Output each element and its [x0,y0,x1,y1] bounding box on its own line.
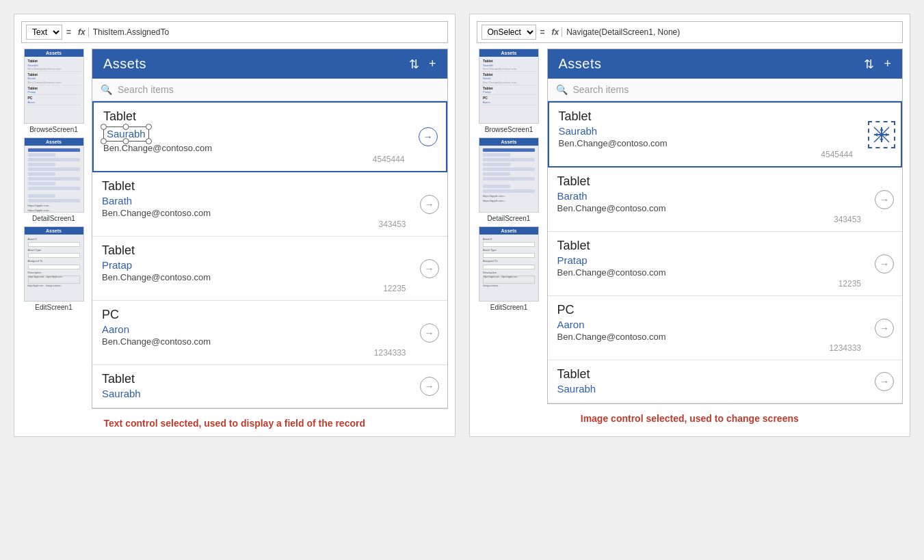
left-thumb-detail-content: https://apple.com... https://apple.com..… [25,146,83,213]
left-item-1-title: Tablet [102,179,406,194]
right-thumb-browse[interactable]: Assets TabletSaurabhBen.Change@contoso.c… [477,49,542,133]
right-thumb-browse-content: TabletSaurabhBen.Change@contoso.com Tabl… [479,57,538,107]
left-thumb-edit-content: Asset 0 Asset Type Assigned To Descripti… [25,235,83,291]
left-thumb-edit-box: Assets Asset 0 Asset Type Assigned To De… [24,226,84,302]
right-caption-row: Image control selected, used to change s… [477,412,903,425]
left-search-placeholder: Search items [118,84,174,95]
right-item-3-assigned: Aaron [557,319,862,330]
right-app-title: Assets [559,56,602,72]
left-item-1-number: 343453 [102,219,406,229]
left-list-item-0[interactable]: Tablet Saurabh Ben.Chan [92,101,447,172]
left-browse-label: BrowseScreen1 [29,126,78,133]
left-thumb-detail-box: Assets h [24,137,84,213]
left-detail-label: DetailScreen1 [32,215,75,222]
right-add-icon[interactable]: + [884,57,891,71]
left-item-4-arrow[interactable]: → [420,377,439,396]
left-thumb-browse-content: TabletSaurabhBen.Change@contoso.com Tabl… [25,57,83,107]
right-app-preview: Assets ⇅ + 🔍 Search items Tablet Saurabh… [547,49,903,404]
right-item-1-email: Ben.Change@contoso.com [557,203,862,213]
left-item-1-arrow[interactable]: → [420,195,439,214]
left-thumb-browse-header: Assets [25,49,83,57]
right-thumb-edit[interactable]: Assets Asset 0 Asset Type Assigned To De… [477,226,542,311]
right-item-2-email: Ben.Change@contoso.com [557,267,862,278]
right-edit-label: EditScreen1 [490,304,527,311]
right-item-3-number: 1234333 [557,343,862,353]
right-item-0-email: Ben.Change@contoso.com [559,138,854,148]
right-list-item-2[interactable]: Tablet Pratap Ben.Change@contoso.com 122… [548,232,903,296]
right-thumb-browse-header: Assets [479,49,538,57]
left-list-item-3[interactable]: PC Aaron Ben.Change@contoso.com 1234333 … [92,301,447,365]
right-item-2-assigned: Pratap [557,254,862,266]
left-item-4-assigned: Saurabh [102,388,406,399]
left-caption: Text control selected, used to display a… [104,418,366,429]
left-add-icon[interactable]: + [429,57,436,71]
left-sort-icon[interactable]: ⇅ [409,57,419,72]
left-item-2-arrow[interactable]: → [420,259,439,278]
right-search-bar: 🔍 Search items [548,79,903,101]
left-search-bar: 🔍 Search items [92,79,447,101]
right-item-0-assigned: Saurabh [559,125,854,137]
left-item-3-number: 1234333 [102,348,406,358]
right-list-item-1[interactable]: Tablet Barath Ben.Change@contoso.com 343… [548,168,903,232]
left-formula-bar: Text = fx ThisItem.AssignedTo [21,21,448,43]
left-item-2-title: Tablet [102,243,406,258]
left-thumb-browse[interactable]: Assets TabletSaurabhBen.Change@contoso.c… [21,49,86,133]
left-thumb-detail-header: Assets [25,138,83,146]
right-item-4-arrow[interactable]: → [875,372,894,391]
right-list-item-0[interactable]: Tablet Saurabh Ben.Change@contoso.com 45… [548,101,903,168]
right-item-2-title: Tablet [557,239,862,253]
left-item-0-arrow[interactable]: → [419,127,438,146]
left-search-icon: 🔍 [101,84,112,95]
left-item-3-arrow[interactable]: → [420,323,439,343]
left-thumb-browse-box: Assets TabletSaurabhBen.Change@contoso.c… [24,49,84,124]
right-search-placeholder: Search items [573,84,629,95]
right-formula-input[interactable]: Navigate(DetailScreen1, None) [566,27,898,37]
right-property-select[interactable]: OnSelect [481,25,536,40]
right-item-1-arrow[interactable]: → [875,190,894,209]
left-app-preview: Assets ⇅ + 🔍 Search items Tablet Saurab [92,49,448,409]
right-thumb-detail-box: Assets https://apple.com... [479,137,539,213]
right-panel: OnSelect = fx Navigate(DetailScreen1, No… [469,14,911,437]
left-thumb-edit[interactable]: Assets Asset 0 Asset Type Assigned To De… [21,226,86,311]
left-item-2-assigned: Pratap [102,259,406,271]
left-item-3-email: Ben.Change@contoso.com [102,336,406,347]
right-item-1-title: Tablet [557,174,862,189]
left-caption-row: Text control selected, used to display a… [21,417,448,429]
left-app-title: Assets [103,56,146,72]
right-item-1-number: 343453 [557,215,862,224]
left-item-3-assigned: Aaron [102,323,406,335]
left-item-0-email: Ben.Change@contoso.com [103,143,405,153]
right-item-1-assigned: Barath [557,190,862,202]
right-thumb-edit-content: Asset 0 Asset Type Assigned To Descripti… [479,235,538,291]
right-app-header: Assets ⇅ + [548,49,903,79]
left-app-header: Assets ⇅ + [92,49,447,79]
left-panel: Text = fx ThisItem.AssignedTo Assets Tab… [14,14,456,437]
right-thumb-edit-header: Assets [479,227,538,235]
left-item-2-number: 12235 [102,284,406,293]
right-nav-cross-icon [873,126,890,144]
left-item-0-title: Tablet [103,109,405,124]
right-thumb-detail[interactable]: Assets https://apple.com... [477,137,542,222]
right-sidebar-thumbs: Assets TabletSaurabhBen.Change@contoso.c… [477,49,542,404]
left-list-item-4[interactable]: Tablet Saurabh → [92,365,447,408]
left-list-item-2[interactable]: Tablet Pratap Ben.Change@contoso.com 122… [92,237,447,301]
right-app-header-icons: ⇅ + [864,57,891,72]
left-fx-label: fx [75,27,89,37]
right-thumb-detail-content: https://apple.com... https://apple.com..… [479,146,538,205]
left-content-area: Assets TabletSaurabhBen.Change@contoso.c… [21,49,448,409]
right-item-2-arrow[interactable]: → [875,254,894,274]
left-thumb-detail[interactable]: Assets h [21,137,86,222]
left-list-item-1[interactable]: Tablet Barath Ben.Change@contoso.com 343… [92,172,447,237]
right-sort-icon[interactable]: ⇅ [864,57,874,72]
left-app-header-icons: ⇅ + [409,57,436,72]
left-formula-input[interactable]: ThisItem.AssignedTo [93,27,443,37]
right-item-3-arrow[interactable]: → [875,319,894,338]
right-list-item-4[interactable]: Tablet Saurabh → [548,360,903,403]
left-item-3-title: PC [102,308,406,322]
right-item-3-title: PC [557,303,862,317]
right-nav-icon-container[interactable] [868,121,895,148]
left-property-select[interactable]: Text [26,25,62,40]
right-equals: = [540,27,545,37]
left-sidebar-thumbs: Assets TabletSaurabhBen.Change@contoso.c… [21,49,86,409]
right-list-item-3[interactable]: PC Aaron Ben.Change@contoso.com 1234333 … [548,296,903,360]
